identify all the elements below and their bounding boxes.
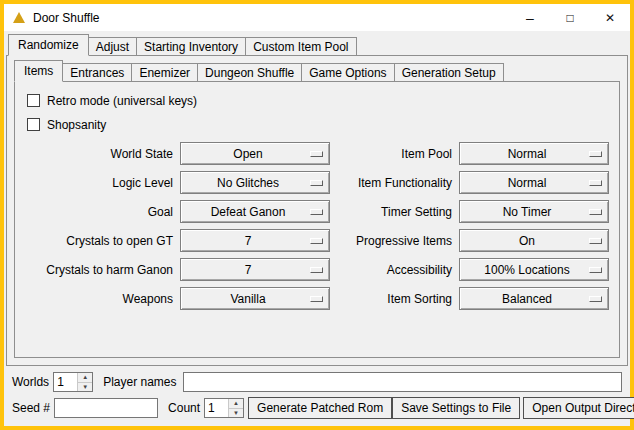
crystals-open-gt-value: 7 [245, 234, 252, 248]
accessibility-label: Accessibility [335, 263, 454, 277]
timer-setting-label: Timer Setting [335, 205, 454, 219]
count-spinbox-input[interactable] [205, 399, 228, 417]
minimize-icon: – [526, 10, 534, 26]
dropdown-indicator-icon [310, 209, 323, 215]
count-spin-up-button[interactable]: ▲ [229, 399, 243, 409]
crystals-harm-ganon-label: Crystals to harm Ganon [27, 263, 175, 277]
tab-randomize[interactable]: Randomize [8, 34, 89, 56]
dropdown-indicator-icon [310, 180, 323, 186]
app-icon[interactable] [13, 12, 25, 23]
tab-dungeon-shuffle[interactable]: Dungeon Shuffle [197, 63, 302, 82]
worlds-label: Worlds [12, 375, 49, 389]
world-state-label: World State [27, 147, 175, 161]
dropdown-indicator-icon [589, 267, 602, 273]
main-tab-bar: Randomize Adjust Starting Inventory Cust… [6, 31, 628, 56]
count-spin-arrows: ▲ ▼ [228, 399, 243, 417]
item-pool-value: Normal [508, 147, 547, 161]
crystals-harm-ganon-value: 7 [245, 263, 252, 277]
tab-enemizer[interactable]: Enemizer [131, 63, 198, 82]
items-panel: Retro mode (universal keys) Shopsanity W… [14, 81, 620, 358]
goal-dropdown[interactable]: Defeat Ganon [180, 200, 330, 223]
sub-tab-bar: Items Entrances Enemizer Dungeon Shuffle… [14, 60, 620, 82]
crystals-harm-ganon-dropdown[interactable]: 7 [180, 258, 330, 281]
dropdown-indicator-icon [589, 151, 602, 157]
count-spin-down-button[interactable]: ▼ [229, 409, 243, 418]
item-pool-dropdown[interactable]: Normal [459, 142, 609, 165]
world-state-value: Open [233, 147, 262, 161]
crystals-open-gt-dropdown[interactable]: 7 [180, 229, 330, 252]
options-grid: World State Open Item Pool Normal Logic … [27, 142, 609, 310]
accessibility-value: 100% Locations [484, 263, 569, 277]
logic-level-dropdown[interactable]: No Glitches [180, 171, 330, 194]
dropdown-indicator-icon [310, 296, 323, 302]
dropdown-indicator-icon [589, 238, 602, 244]
player-names-input[interactable] [183, 372, 623, 392]
item-functionality-dropdown[interactable]: Normal [459, 171, 609, 194]
shopsanity-label: Shopsanity [47, 118, 106, 132]
tab-adjust[interactable]: Adjust [88, 37, 137, 56]
dropdown-indicator-icon [310, 267, 323, 273]
dropdown-indicator-icon [310, 151, 323, 157]
logic-level-value: No Glitches [217, 176, 279, 190]
accessibility-dropdown[interactable]: 100% Locations [459, 258, 609, 281]
weapons-label: Weapons [27, 292, 175, 306]
tab-starting-inventory[interactable]: Starting Inventory [136, 37, 246, 56]
minimize-button[interactable]: – [510, 4, 550, 31]
player-names-label: Player names [103, 375, 176, 389]
item-sorting-dropdown[interactable]: Balanced [459, 287, 609, 310]
seed-label: Seed # [12, 401, 50, 415]
world-state-dropdown[interactable]: Open [180, 142, 330, 165]
item-sorting-value: Balanced [502, 292, 552, 306]
worlds-spin-down-button[interactable]: ▼ [78, 383, 92, 392]
generate-patched-rom-button[interactable]: Generate Patched Rom [248, 397, 392, 419]
goal-label: Goal [27, 205, 175, 219]
count-spinbox: ▲ ▼ [204, 398, 244, 418]
open-output-directory-button[interactable]: Open Output Directory [523, 397, 634, 419]
count-label: Count [168, 401, 200, 415]
progressive-items-value: On [519, 234, 535, 248]
worlds-spin-up-button[interactable]: ▲ [78, 373, 92, 383]
maximize-button[interactable]: □ [550, 4, 590, 31]
dropdown-indicator-icon [589, 296, 602, 302]
progressive-items-label: Progressive Items [335, 234, 454, 248]
crystals-open-gt-label: Crystals to open GT [27, 234, 175, 248]
worlds-spinbox: ▲ ▼ [53, 372, 93, 392]
window-controls: – □ ✕ [510, 4, 630, 31]
tab-generation-setup[interactable]: Generation Setup [394, 63, 504, 82]
retro-mode-label: Retro mode (universal keys) [47, 94, 197, 108]
close-button[interactable]: ✕ [590, 4, 630, 31]
tab-items[interactable]: Items [14, 60, 63, 82]
window: Door Shuffle – □ ✕ Randomize Adjust Star… [0, 0, 634, 430]
randomize-panel: Items Entrances Enemizer Dungeon Shuffle… [6, 55, 628, 366]
dropdown-indicator-icon [589, 180, 602, 186]
progressive-items-dropdown[interactable]: On [459, 229, 609, 252]
shopsanity-checkbox-row[interactable]: Shopsanity [27, 114, 609, 135]
spin-up-icon: ▲ [82, 374, 88, 380]
retro-mode-checkbox-row[interactable]: Retro mode (universal keys) [27, 90, 609, 111]
spin-down-icon: ▼ [82, 384, 88, 390]
tab-entrances[interactable]: Entrances [62, 63, 132, 82]
shopsanity-checkbox[interactable] [27, 118, 40, 131]
retro-mode-checkbox[interactable] [27, 94, 40, 107]
maximize-icon: □ [566, 11, 573, 25]
dropdown-indicator-icon [310, 238, 323, 244]
weapons-value: Vanilla [230, 292, 265, 306]
logic-level-label: Logic Level [27, 176, 175, 190]
window-body: Randomize Adjust Starting Inventory Cust… [4, 31, 630, 426]
timer-setting-dropdown[interactable]: No Timer [459, 200, 609, 223]
seed-input[interactable] [54, 398, 158, 418]
spin-down-icon: ▼ [233, 410, 239, 416]
save-settings-button[interactable]: Save Settings to File [392, 397, 520, 419]
tab-custom-item-pool[interactable]: Custom Item Pool [245, 37, 356, 56]
goal-value: Defeat Ganon [211, 205, 286, 219]
window-title: Door Shuffle [33, 11, 100, 25]
bottom-bar: Worlds ▲ ▼ Player names Seed # Count [6, 366, 628, 426]
close-icon: ✕ [605, 11, 615, 25]
seed-row: Seed # Count ▲ ▼ Generate Patched Rom Sa… [12, 397, 622, 419]
tab-game-options[interactable]: Game Options [301, 63, 394, 82]
spin-up-icon: ▲ [233, 400, 239, 406]
titlebar[interactable]: Door Shuffle – □ ✕ [4, 4, 630, 31]
item-pool-label: Item Pool [335, 147, 454, 161]
weapons-dropdown[interactable]: Vanilla [180, 287, 330, 310]
worlds-spinbox-input[interactable] [54, 373, 77, 391]
